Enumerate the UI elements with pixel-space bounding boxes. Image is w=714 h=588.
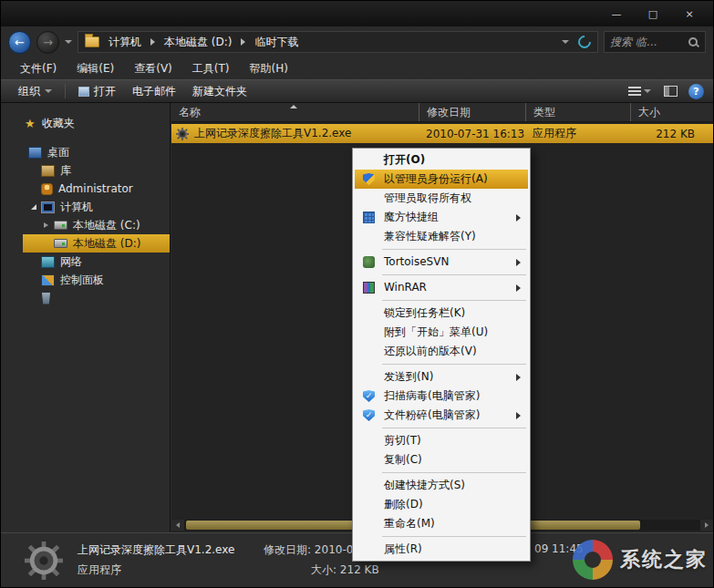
details-file-name: 上网记录深度擦除工具V1.2.exe	[78, 542, 234, 558]
ctx-cut[interactable]: 剪切(T)	[355, 431, 528, 450]
gear-icon	[176, 128, 189, 140]
watermark-gear-icon	[573, 540, 613, 580]
sidebar-item-drive-c[interactable]: 本地磁盘 (C:)	[1, 216, 170, 234]
sidebar-item-drive-d[interactable]: 本地磁盘 (D:)	[23, 234, 170, 253]
column-label: 名称	[179, 105, 201, 120]
navigation-pane: ★ 收藏夹 桌面 库 Administrator	[1, 103, 171, 532]
email-button[interactable]: 电子邮件	[124, 81, 184, 102]
breadcrumb-item-drive-d[interactable]: 本地磁盘 (D:)	[160, 35, 236, 50]
ctx-pin-to-taskbar[interactable]: 锁定到任务栏(K)	[355, 304, 528, 323]
breadcrumb-separator-icon	[241, 38, 245, 46]
grid-icon	[363, 211, 375, 223]
ctx-take-ownership[interactable]: 管理员取得所有权	[355, 189, 528, 208]
refresh-icon[interactable]	[575, 33, 594, 51]
menu-separator	[382, 300, 526, 301]
toolbar-separator	[65, 84, 66, 98]
email-label: 电子邮件	[132, 84, 176, 99]
ctx-tortoisesvn[interactable]: TortoiseSVN	[355, 253, 528, 272]
ctx-copy[interactable]: 复制(C)	[355, 450, 528, 469]
sidebar-item-recycle-bin[interactable]	[1, 289, 170, 307]
view-chevron-icon	[644, 89, 651, 93]
menu-separator	[382, 536, 526, 537]
change-view-button[interactable]	[626, 84, 653, 99]
computer-icon	[41, 201, 55, 213]
breadcrumb-item-folder[interactable]: 临时下载	[250, 35, 303, 50]
search-icon[interactable]	[688, 36, 699, 48]
ctx-open[interactable]: 打开(O)	[355, 150, 528, 170]
close-button[interactable]: ×	[682, 8, 697, 20]
search-input[interactable]: 搜索 临...	[604, 31, 706, 53]
help-icon[interactable]: ?	[688, 84, 704, 99]
submenu-arrow-icon	[516, 284, 521, 292]
menu-help[interactable]: 帮助(H)	[240, 58, 298, 79]
menu-separator	[382, 274, 526, 275]
column-header-size[interactable]: 大小	[630, 103, 713, 121]
menu-file[interactable]: 文件(F)	[10, 58, 67, 79]
ctx-run-as-admin[interactable]: 以管理员身份运行(A)	[355, 170, 528, 189]
back-button[interactable]: ←	[8, 31, 31, 54]
sidebar-item-libraries[interactable]: 库	[1, 161, 170, 180]
column-headers: 名称 修改日期 类型 大小	[171, 103, 713, 122]
ctx-send-to[interactable]: 发送到(N)	[355, 367, 528, 387]
sidebar-item-label: 控制面板	[60, 273, 104, 288]
sidebar-item-control-panel[interactable]: 控制面板	[1, 271, 170, 289]
qq-shield-icon	[363, 390, 375, 402]
file-modified: 2010-07-31 16:13	[419, 128, 525, 140]
scroll-right-icon[interactable]	[700, 520, 713, 531]
open-button[interactable]: 打开	[70, 81, 124, 102]
menu-tools[interactable]: 工具(T)	[182, 58, 240, 79]
ctx-create-shortcut[interactable]: 创建快捷方式(S)	[355, 476, 528, 495]
column-header-modified[interactable]: 修改日期	[419, 103, 525, 121]
forward-button[interactable]: →	[36, 31, 59, 54]
folder-tree: 桌面 库 Administrator 计算机	[1, 143, 170, 307]
ctx-restore-previous[interactable]: 还原以前的版本(V)	[355, 342, 528, 361]
ctx-winrar[interactable]: WinRAR	[355, 278, 528, 297]
column-label: 大小	[638, 105, 660, 120]
breadcrumb[interactable]: 计算机 本地磁盘 (D:) 临时下载	[78, 31, 598, 53]
folder-icon	[85, 36, 99, 47]
expand-closed-icon[interactable]	[44, 222, 48, 228]
expand-open-icon[interactable]	[31, 204, 36, 210]
ctx-compatibility[interactable]: 兼容性疑难解答(Y)	[355, 227, 528, 246]
context-menu: 打开(O) 以管理员身份运行(A) 管理员取得所有权 魔方快捷组 兼容性疑难解答…	[352, 148, 531, 562]
sidebar-item-administrator[interactable]: Administrator	[1, 180, 170, 198]
maximize-button[interactable]: □	[646, 8, 660, 20]
sidebar-item-favorites[interactable]: ★ 收藏夹	[1, 114, 170, 132]
file-type: 应用程序	[525, 126, 630, 141]
address-dropdown-icon[interactable]	[562, 40, 569, 44]
file-row-selected[interactable]: 上网记录深度擦除工具V1.2.exe 2010-07-31 16:13 应用程序…	[171, 124, 713, 143]
ctx-properties[interactable]: 属性(R)	[355, 540, 528, 559]
ctx-rename[interactable]: 重命名(M)	[355, 514, 528, 533]
favorites-label: 收藏夹	[42, 116, 75, 131]
scroll-left-icon[interactable]	[171, 520, 184, 531]
open-label: 打开	[94, 84, 116, 99]
preview-pane-icon[interactable]	[664, 86, 678, 97]
drive-icon	[54, 239, 67, 248]
new-folder-button[interactable]: 新建文件夹	[184, 81, 255, 102]
menu-edit[interactable]: 编辑(E)	[67, 58, 124, 79]
ctx-file-shredder[interactable]: 文件粉碎(电脑管家)	[355, 406, 528, 425]
desktop-icon	[28, 147, 42, 159]
submenu-arrow-icon	[516, 374, 521, 381]
sidebar-item-label: 桌面	[47, 145, 69, 160]
sort-ascending-icon	[290, 105, 297, 108]
file-size: 212 KB	[630, 128, 713, 140]
sidebar-item-network[interactable]: 网络	[1, 253, 170, 271]
column-header-name[interactable]: 名称	[171, 103, 419, 121]
minimize-button[interactable]: —	[609, 8, 624, 20]
column-header-type[interactable]: 类型	[525, 103, 630, 121]
sidebar-item-desktop[interactable]: 桌面	[1, 143, 170, 161]
ctx-mofang-group[interactable]: 魔方快捷组	[355, 208, 528, 227]
breadcrumb-item-computer[interactable]: 计算机	[104, 35, 146, 50]
recent-pages-chevron-icon[interactable]	[65, 40, 72, 44]
menu-view[interactable]: 查看(V)	[124, 58, 182, 79]
ctx-delete[interactable]: 删除(D)	[355, 495, 528, 514]
details-modified: 修改日期: 2010-07-	[264, 542, 364, 558]
ctx-scan-virus[interactable]: 扫描病毒(电脑管家)	[355, 387, 528, 406]
open-app-icon	[78, 87, 89, 97]
ctx-pin-to-start[interactable]: 附到「开始」菜单(U)	[355, 323, 528, 342]
organize-button[interactable]: 组织	[10, 81, 60, 102]
sidebar-item-computer[interactable]: 计算机	[1, 198, 170, 216]
qq-shield-icon	[363, 409, 375, 421]
sidebar-item-label: 网络	[60, 254, 82, 270]
